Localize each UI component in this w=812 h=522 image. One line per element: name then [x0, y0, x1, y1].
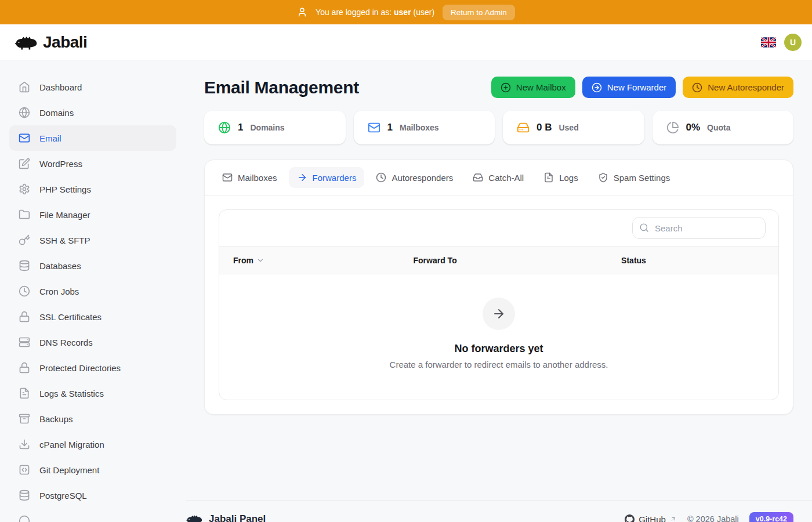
external-link-icon [670, 516, 677, 522]
stat-card-quota: 0% Quota [652, 111, 794, 144]
lock-icon [19, 311, 30, 322]
brand-logo[interactable]: Jabali [14, 33, 87, 52]
globe-icon [19, 107, 30, 118]
boar-logo-icon [186, 513, 203, 522]
sidebar-item-cron-jobs[interactable]: Cron Jobs [9, 278, 176, 304]
empty-state-description: Create a forwarder to redirect emails to… [390, 360, 608, 369]
stat-card-mailboxes: 1 Mailboxes [354, 111, 495, 144]
tab-spam-settings[interactable]: Spam Settings [590, 167, 679, 188]
clock-icon [19, 285, 30, 297]
table-header-row: From Forward To Status [219, 246, 778, 274]
arrow-right-circle-icon [592, 82, 602, 93]
sidebar-item-wordpress[interactable]: WordPress [9, 151, 176, 176]
sidebar-item-logs-statistics[interactable]: Logs & Statistics [9, 380, 176, 406]
sidebar-nav: Dashboard Domains Email WordPress PHP Se… [0, 60, 186, 522]
column-header-forward-to: Forward To [414, 256, 622, 265]
sidebar-item-ssl-certificates[interactable]: SSL Certificates [9, 304, 176, 329]
stat-card-used: 0 B Used [503, 111, 644, 144]
brand-name: Jabali [43, 33, 87, 52]
tab-autoresponders[interactable]: Autoresponders [368, 167, 461, 188]
tab-mailboxes[interactable]: Mailboxes [214, 167, 285, 188]
user-icon [297, 7, 307, 17]
email-tabs: Mailboxes Forwarders Autoresponders Catc… [205, 160, 793, 195]
sidebar-item-file-manager[interactable]: File Manager [9, 202, 176, 227]
pie-chart-icon [666, 121, 679, 134]
user-avatar[interactable]: U [784, 34, 802, 51]
lock-icon [19, 362, 30, 374]
folder-icon [19, 209, 30, 220]
sidebar-item-partial[interactable] [9, 508, 176, 522]
server-icon [19, 336, 30, 348]
sidebar-item-dns-records[interactable]: DNS Records [9, 329, 176, 355]
tab-logs[interactable]: Logs [535, 167, 586, 188]
app-header: Jabali U [0, 24, 812, 60]
sidebar-item-ssh-sftp[interactable]: SSH & SFTP [9, 227, 176, 253]
sidebar-item-backups[interactable]: Backups [9, 406, 176, 432]
plus-circle-icon [501, 82, 511, 93]
sidebar-item-postgresql[interactable]: PostgreSQL [9, 483, 176, 508]
tab-forwarders[interactable]: Forwarders [289, 167, 365, 188]
impersonation-bar: You are logged in as: user (user) Return… [0, 0, 812, 24]
hard-drive-icon [517, 121, 530, 134]
tab-catch-all[interactable]: Catch-All [465, 167, 532, 188]
download-icon [19, 438, 30, 450]
shield-check-icon [598, 172, 608, 183]
sidebar-item-domains[interactable]: Domains [9, 100, 176, 125]
github-link[interactable]: GitHub [625, 514, 677, 522]
empty-state-title: No forwarders yet [454, 343, 543, 355]
page-footer: Jabali Panel GitHub © 2026 Jabali v0.9-r… [186, 500, 812, 522]
new-forwarder-button[interactable]: New Forwarder [582, 77, 676, 98]
sidebar-item-email[interactable]: Email [9, 125, 176, 151]
return-to-admin-button[interactable]: Return to Admin [443, 5, 515, 20]
boar-logo-icon [14, 33, 38, 52]
home-icon [19, 81, 30, 93]
globe-icon [218, 121, 231, 134]
search-icon [639, 223, 649, 233]
file-text-icon [19, 387, 30, 399]
code-icon [19, 464, 30, 476]
mail-icon [368, 121, 380, 134]
sidebar-item-dashboard[interactable]: Dashboard [9, 74, 176, 100]
stat-card-domains: 1 Domains [204, 111, 346, 144]
version-badge: v0.9-rc42 [749, 512, 793, 522]
page-title: Email Management [204, 78, 359, 97]
search-box [632, 217, 766, 239]
sidebar-item-cpanel-migration[interactable]: cPanel Migration [9, 432, 176, 457]
file-text-icon [543, 172, 554, 183]
logged-in-username: user [394, 8, 411, 17]
empty-state: No forwarders yet Create a forwarder to … [219, 274, 778, 400]
footer-brand: Jabali Panel [186, 513, 266, 522]
clock-icon [692, 82, 702, 93]
github-icon [625, 514, 635, 522]
database-icon [19, 260, 30, 271]
key-icon [19, 234, 30, 246]
new-mailbox-button[interactable]: New Mailbox [491, 77, 575, 98]
clock-icon [376, 172, 386, 183]
footer-copyright: © 2026 Jabali [687, 514, 739, 522]
sidebar-item-databases[interactable]: Databases [9, 253, 176, 278]
inbox-icon [473, 172, 483, 183]
column-header-from[interactable]: From [219, 256, 414, 265]
logged-in-message: You are logged in as: user (user) [316, 8, 434, 17]
language-flag-icon[interactable] [761, 37, 776, 48]
new-autoresponder-button[interactable]: New Autoresponder [683, 77, 793, 98]
sidebar-item-php-settings[interactable]: PHP Settings [9, 176, 176, 202]
database-icon [19, 490, 30, 501]
main-content: Email Management New Mailbox New Forward… [186, 60, 812, 522]
gear-icon [19, 183, 30, 195]
arrow-right-icon [483, 298, 515, 330]
mail-icon [19, 132, 30, 144]
sidebar-item-protected-directories[interactable]: Protected Directories [9, 355, 176, 380]
email-card: Mailboxes Forwarders Autoresponders Catc… [204, 160, 793, 415]
arrow-right-icon [297, 172, 307, 183]
sidebar-item-git-deployment[interactable]: Git Deployment [9, 457, 176, 483]
search-input[interactable] [632, 217, 766, 239]
chevron-down-icon [256, 256, 264, 264]
circle-icon [19, 515, 30, 522]
column-header-status: Status [621, 256, 778, 265]
archive-icon [19, 413, 30, 425]
forwarders-panel: From Forward To Status No forwarders yet [219, 209, 779, 400]
edit-icon [19, 158, 30, 169]
mail-icon [222, 172, 233, 183]
